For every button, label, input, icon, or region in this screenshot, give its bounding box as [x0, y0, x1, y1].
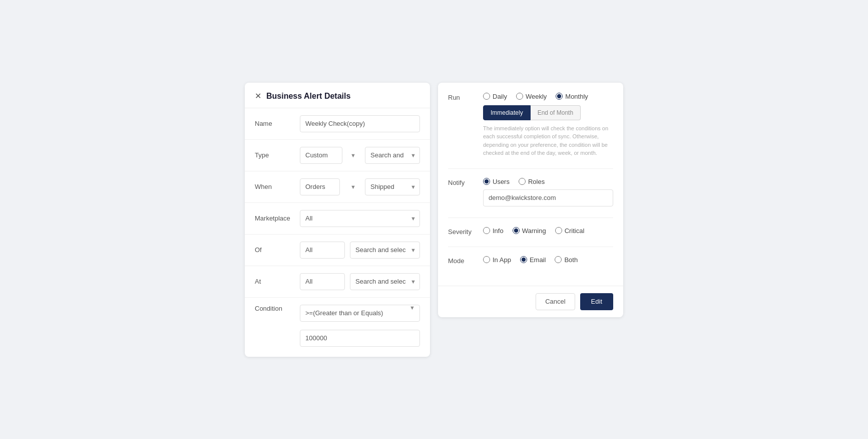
severity-critical-label: Critical — [565, 227, 585, 235]
mode-both-radio[interactable] — [555, 256, 562, 263]
notify-radio-group: Users Roles — [483, 178, 613, 185]
mode-email-radio[interactable] — [520, 256, 527, 263]
mode-radio-group: In App Email Both — [483, 256, 613, 264]
run-immediately-btn[interactable]: Immediately — [483, 105, 531, 120]
run-content: Daily Weekly Monthly — [483, 93, 613, 157]
run-daily-option[interactable]: Daily — [483, 93, 507, 100]
marketplace-section: Marketplace All ▼ — [245, 203, 430, 235]
severity-row: Severity Info Warning — [448, 227, 613, 236]
when-label: When — [255, 183, 295, 190]
run-weekly-option[interactable]: Weekly — [516, 93, 547, 100]
run-daily-label: Daily — [493, 93, 507, 100]
notify-users-option[interactable]: Users — [483, 178, 510, 185]
run-section: Run Daily Weekly — [448, 93, 613, 157]
mode-inapp-label: In App — [493, 256, 511, 264]
of-search-select[interactable]: Search and select — [350, 242, 420, 259]
mode-email-option[interactable]: Email — [520, 256, 546, 264]
marketplace-dropdown-wrapper: All ▼ — [300, 210, 420, 227]
close-icon[interactable]: ✕ — [255, 92, 261, 100]
run-row: Run Daily Weekly — [448, 93, 613, 157]
condition-select-wrapper: >=(Greater than or Equals) ▼ — [300, 305, 420, 322]
type-search-select[interactable]: Search and select — [365, 147, 420, 164]
at-all-input[interactable] — [300, 273, 345, 290]
notify-users-radio[interactable] — [483, 178, 490, 185]
condition-label: Condition — [255, 305, 295, 312]
when-dropdown2[interactable]: Shipped — [365, 178, 420, 195]
marketplace-label: Marketplace — [255, 214, 295, 222]
when-dropdown1-arrow: ▼ — [350, 184, 356, 190]
condition-select[interactable]: >=(Greater than or Equals) — [300, 305, 420, 322]
type-dropdown-wrapper: Custom ▼ — [300, 147, 360, 164]
severity-info-option[interactable]: Info — [483, 227, 504, 235]
name-section: Name — [245, 108, 430, 140]
run-description: The immediately option will check the co… — [483, 124, 613, 157]
mode-inapp-radio[interactable] — [483, 256, 490, 263]
right-panel: Run Daily Weekly — [438, 83, 623, 317]
mode-row: Mode In App Email — [448, 256, 613, 265]
mode-label: Mode — [448, 256, 483, 265]
type-label: Type — [255, 151, 295, 159]
run-monthly-radio[interactable] — [556, 93, 563, 100]
notify-email-input[interactable] — [483, 189, 613, 206]
of-all-input[interactable] — [300, 242, 345, 259]
panel-footer: Cancel Edit — [438, 286, 623, 317]
run-end-of-month-btn[interactable]: End of Month — [531, 105, 581, 120]
severity-warning-radio[interactable] — [513, 227, 520, 234]
mode-both-label: Both — [564, 256, 578, 264]
panel-title: Business Alert Details — [266, 92, 350, 101]
divider-severity-mode — [448, 247, 613, 247]
type-search-wrapper: Search and select ▼ — [365, 147, 420, 164]
notify-users-label: Users — [493, 178, 510, 185]
run-daily-radio[interactable] — [483, 93, 490, 100]
mode-section: Mode In App Email — [448, 256, 613, 265]
at-section: At Search and select ▼ — [245, 266, 430, 298]
mode-inapp-option[interactable]: In App — [483, 256, 511, 264]
severity-critical-radio[interactable] — [555, 227, 562, 234]
of-label: Of — [255, 246, 295, 254]
at-search-wrapper: Search and select ▼ — [350, 273, 420, 290]
run-label: Run — [448, 93, 483, 101]
divider-notify-severity — [448, 217, 613, 218]
mode-content: In App Email Both — [483, 256, 613, 264]
when-dropdown2-wrapper: Shipped ▼ — [365, 178, 420, 195]
severity-critical-option[interactable]: Critical — [555, 227, 585, 235]
cancel-button[interactable]: Cancel — [536, 293, 575, 310]
severity-info-label: Info — [493, 227, 504, 235]
when-dropdown1[interactable]: Orders — [300, 178, 340, 195]
notify-roles-option[interactable]: Roles — [519, 178, 545, 185]
edit-button[interactable]: Edit — [580, 293, 613, 310]
severity-warning-option[interactable]: Warning — [513, 227, 546, 235]
severity-radio-group: Info Warning Critical — [483, 227, 613, 235]
at-label: At — [255, 278, 295, 285]
type-dropdown[interactable]: Custom — [300, 147, 342, 164]
run-timing-buttons: Immediately End of Month — [483, 105, 613, 120]
severity-warning-label: Warning — [522, 227, 546, 235]
panel-header: ✕ Business Alert Details — [245, 83, 430, 108]
run-weekly-label: Weekly — [526, 93, 547, 100]
name-input[interactable] — [300, 115, 420, 132]
run-radio-group: Daily Weekly Monthly — [483, 93, 613, 100]
run-monthly-option[interactable]: Monthly — [556, 93, 588, 100]
when-dropdown1-wrapper: Orders ▼ — [300, 178, 360, 195]
mode-both-option[interactable]: Both — [555, 256, 578, 264]
notify-section: Notify Users Roles — [448, 178, 613, 206]
when-section: When Orders ▼ Shipped ▼ — [245, 171, 430, 203]
notify-label: Notify — [448, 178, 483, 186]
notify-content: Users Roles — [483, 178, 613, 206]
divider-run-notify — [448, 168, 613, 169]
severity-info-radio[interactable] — [483, 227, 490, 234]
severity-label: Severity — [448, 227, 483, 236]
left-panel: ✕ Business Alert Details Name Type Custo… — [245, 83, 430, 357]
name-label: Name — [255, 120, 295, 127]
severity-section: Severity Info Warning — [448, 227, 613, 236]
right-panel-body: Run Daily Weekly — [438, 83, 623, 286]
condition-value-input[interactable] — [300, 330, 420, 347]
type-section: Type Custom ▼ Search and select ▼ — [245, 140, 430, 171]
notify-roles-label: Roles — [528, 178, 545, 185]
notify-roles-radio[interactable] — [519, 178, 526, 185]
condition-section: Condition >=(Greater than or Equals) ▼ — [245, 298, 430, 357]
run-weekly-radio[interactable] — [516, 93, 523, 100]
mode-email-label: Email — [530, 256, 546, 264]
marketplace-dropdown[interactable]: All — [300, 210, 420, 227]
at-search-select[interactable]: Search and select — [350, 273, 420, 290]
